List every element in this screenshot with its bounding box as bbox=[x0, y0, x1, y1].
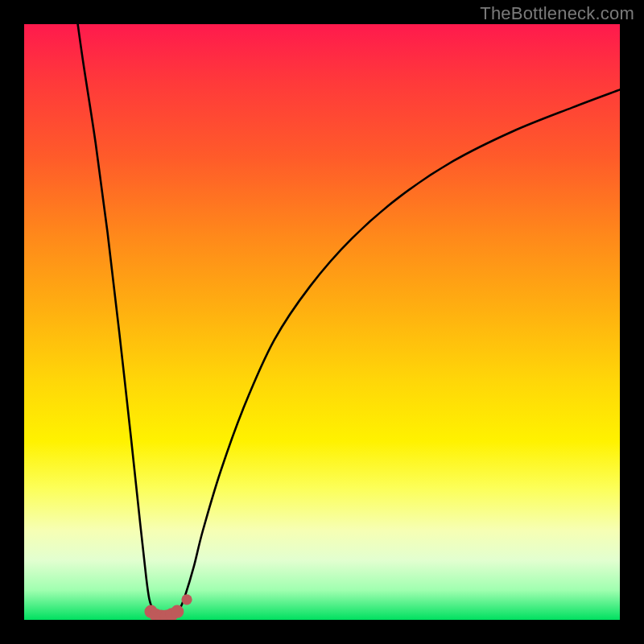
plot-area bbox=[24, 24, 620, 620]
trough-marker-6 bbox=[171, 605, 184, 618]
series-right-curve bbox=[176, 89, 620, 613]
trough-marker-gap bbox=[181, 594, 192, 605]
chart-svg bbox=[24, 24, 620, 620]
marker-group bbox=[144, 594, 192, 620]
series-left-curve bbox=[78, 24, 159, 614]
watermark-text: TheBottleneck.com bbox=[480, 3, 634, 24]
chart-frame: TheBottleneck.com bbox=[0, 0, 644, 644]
series-group bbox=[78, 24, 620, 614]
